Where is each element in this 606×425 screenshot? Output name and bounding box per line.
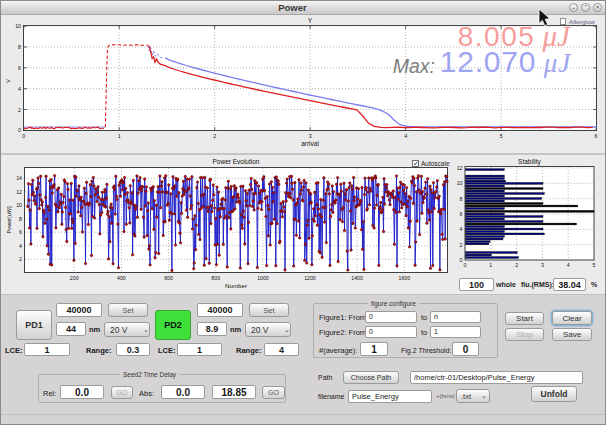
svg-text:arrival: arrival [301,140,319,147]
svg-text:2: 2 [19,256,22,262]
svg-text:4: 4 [567,262,570,268]
svg-text:3: 3 [541,262,544,268]
svg-text:0: 0 [18,127,21,133]
svg-text:3: 3 [309,133,312,139]
svg-text:Number: Number [225,282,247,289]
svg-text:1000: 1000 [257,275,269,281]
svg-text:10: 10 [16,202,22,208]
svg-text:200: 200 [70,275,79,281]
svg-text:1400: 1400 [351,275,363,281]
svg-text:600: 600 [164,275,173,281]
svg-text:1200: 1200 [304,275,316,281]
svg-text:1: 1 [489,262,492,268]
svg-text:10: 10 [457,180,463,186]
svg-text:1: 1 [118,133,121,139]
svg-text:0: 0 [464,262,467,268]
svg-text:Stability: Stability [518,158,542,166]
svg-text:2: 2 [515,262,518,268]
svg-text:2: 2 [460,242,463,248]
svg-text:12: 12 [457,165,463,171]
svg-text:8: 8 [18,44,21,50]
svg-text:0: 0 [460,257,463,263]
svg-text:12: 12 [16,189,22,195]
svg-text:Y: Y [308,17,313,24]
svg-text:6: 6 [19,229,22,235]
svg-text:Power Evolution: Power Evolution [213,158,260,165]
svg-text:5: 5 [500,133,503,139]
svg-text:6: 6 [460,211,463,217]
svg-text:Power[uW]: Power[uW] [6,206,12,233]
svg-text:4: 4 [404,133,407,139]
svg-text:14: 14 [16,175,22,181]
svg-text:1600: 1600 [399,275,411,281]
svg-text:4: 4 [19,243,22,249]
svg-text:4: 4 [460,226,463,232]
svg-text:2: 2 [18,107,21,113]
svg-text:2: 2 [213,133,216,139]
svg-text:6: 6 [595,133,598,139]
svg-text:400: 400 [117,275,126,281]
svg-text:6: 6 [18,65,21,71]
svg-text:10: 10 [15,23,21,29]
svg-text:8: 8 [460,196,463,202]
svg-text:V: V [5,79,11,83]
svg-text:800: 800 [211,275,220,281]
svg-text:8: 8 [19,216,22,222]
svg-text:0: 0 [22,133,25,139]
svg-text:5: 5 [593,262,596,268]
svg-text:4: 4 [18,86,21,92]
